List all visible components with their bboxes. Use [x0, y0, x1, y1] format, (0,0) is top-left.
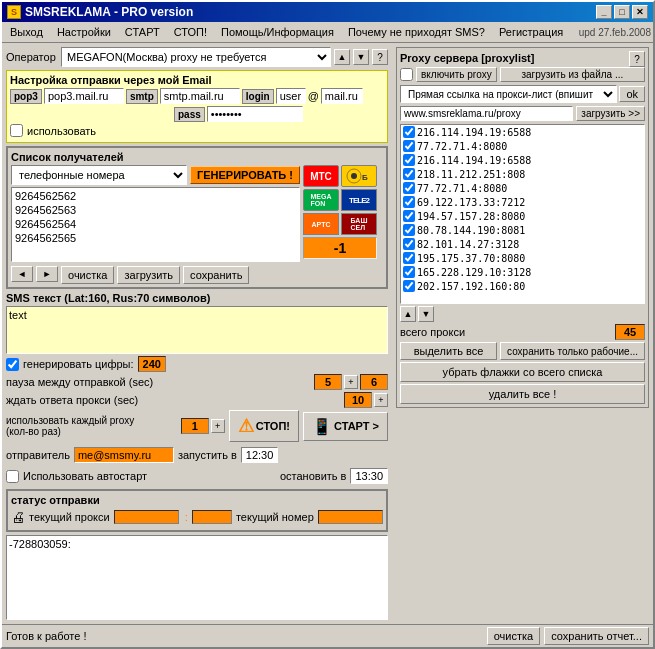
- maximize-btn[interactable]: □: [614, 5, 630, 19]
- load-proxy-url-btn[interactable]: загрузить >>: [576, 106, 645, 121]
- stop-action-btn[interactable]: ⚠ СТОП!: [229, 410, 299, 442]
- phones-clear-btn[interactable]: очистка: [61, 266, 114, 284]
- proxy-item[interactable]: 77.72.71.4:8080: [401, 181, 644, 195]
- pause-up-btn[interactable]: +: [344, 375, 358, 389]
- proxy-item-checkbox[interactable]: [403, 196, 415, 208]
- enable-proxy-btn[interactable]: включить proxy: [416, 67, 497, 82]
- phone-item[interactable]: 9264562562: [13, 189, 298, 203]
- proxy-list[interactable]: 216.114.194.19:6588 77.72.71.4:8080 216.…: [400, 124, 645, 304]
- save-working-btn[interactable]: сохранить только рабочие...: [500, 342, 645, 360]
- proxy-item[interactable]: 216.114.194.19:6588: [401, 153, 644, 167]
- proxy-nav-up[interactable]: ▲: [400, 306, 416, 322]
- sender-input[interactable]: [74, 447, 174, 463]
- proxy-item-checkbox[interactable]: [403, 168, 415, 180]
- generate-btn[interactable]: ГЕНЕРИРОВАТЬ !: [190, 166, 300, 184]
- pass-input[interactable]: [207, 106, 303, 122]
- menu-why-sms[interactable]: Почему не приходят SMS?: [342, 24, 491, 40]
- proxy-item[interactable]: 77.72.71.4:8080: [401, 139, 644, 153]
- phone-item[interactable]: 9264562565: [13, 231, 298, 245]
- operator-down-btn[interactable]: ▼: [353, 49, 369, 65]
- smtp-input[interactable]: [160, 88, 240, 104]
- proxy-item-checkbox[interactable]: [403, 182, 415, 194]
- status-section: статус отправки 🖨 текущий прокси : текущ…: [6, 489, 388, 532]
- proxy-item[interactable]: 82.101.14.27:3128: [401, 237, 644, 251]
- pause-value: 5: [314, 374, 342, 390]
- phones-nav-down[interactable]: ►: [36, 266, 58, 282]
- operator-up-btn[interactable]: ▲: [334, 49, 350, 65]
- remove-flags-btn[interactable]: убрать флажки со всего списка: [400, 362, 645, 382]
- phones-save-btn[interactable]: сохранить: [183, 266, 249, 284]
- autostart-checkbox[interactable]: [6, 470, 19, 483]
- proxy-item[interactable]: 195.175.37.70:8080: [401, 251, 644, 265]
- proxy-controls-row1: включить proxy загрузить из файла ...: [400, 67, 645, 82]
- tele2-icon[interactable]: TELE2: [341, 189, 377, 211]
- megafon-icon[interactable]: MEGAFON: [303, 189, 339, 211]
- proxy-every-label: использовать каждый proxy (кол-во раз): [6, 415, 179, 437]
- proxy-item-checkbox[interactable]: [403, 238, 415, 250]
- bottom-save-btn[interactable]: сохранить отчет...: [544, 627, 649, 645]
- menu-exit[interactable]: Выход: [4, 24, 49, 40]
- proxy-item-checkbox[interactable]: [403, 266, 415, 278]
- mts-icon[interactable]: МТС: [303, 165, 339, 187]
- proxy-item-checkbox[interactable]: [403, 224, 415, 236]
- menu-start[interactable]: СТАРТ: [119, 24, 166, 40]
- wait-row: ждать ответа прокси (sec) 10 +: [6, 392, 388, 408]
- proxy-item[interactable]: 216.114.194.19:6588: [401, 125, 644, 139]
- proxy-item-checkbox[interactable]: [403, 126, 415, 138]
- proxy-type-select[interactable]: Прямая ссылка на прокси-лист (впишит: [400, 85, 617, 103]
- menu-help[interactable]: Помощь/Информация: [215, 24, 340, 40]
- phones-load-btn[interactable]: загрузить: [117, 266, 180, 284]
- proxy-item[interactable]: 69.122.173.33:7212: [401, 195, 644, 209]
- proxy-item-checkbox[interactable]: [403, 140, 415, 152]
- proxy-every-up-btn[interactable]: +: [211, 419, 225, 433]
- minimize-btn[interactable]: _: [596, 5, 612, 19]
- sms-textarea[interactable]: text: [6, 306, 388, 354]
- bass-icon[interactable]: БАШСЕЛ: [341, 213, 377, 235]
- proxy-item-text: 195.175.37.70:8080: [417, 253, 525, 264]
- delete-all-btn[interactable]: удалить все !: [400, 384, 645, 404]
- use-email-checkbox[interactable]: [10, 124, 23, 137]
- domain-input[interactable]: [321, 88, 363, 104]
- sms-title: SMS текст (Lat:160, Rus:70 символов): [6, 292, 388, 304]
- wait-up-btn[interactable]: +: [374, 393, 388, 407]
- operator-help-btn[interactable]: ?: [372, 49, 388, 65]
- beeline-icon[interactable]: Б: [341, 165, 377, 187]
- proxy-url-row: загрузить >>: [400, 106, 645, 121]
- proxy-item[interactable]: 165.228.129.10:3128: [401, 265, 644, 279]
- proxy-item-checkbox[interactable]: [403, 280, 415, 292]
- proxy-nav-down[interactable]: ▼: [418, 306, 434, 322]
- proxy-ok-btn[interactable]: ok: [619, 86, 645, 102]
- proxy-item[interactable]: 218.11.212.251:808: [401, 167, 644, 181]
- menu-registration[interactable]: Регистрация: [493, 24, 569, 40]
- proxy-item-checkbox[interactable]: [403, 210, 415, 222]
- load-proxy-file-btn[interactable]: загрузить из файла ...: [500, 67, 645, 82]
- proxy-help-btn[interactable]: ?: [629, 51, 645, 67]
- close-btn[interactable]: ✕: [632, 5, 648, 19]
- phones-type-select[interactable]: телефонные номера: [11, 165, 187, 185]
- operator-select[interactable]: MEGAFON(Москва) proxy не требуется: [61, 47, 331, 67]
- start-action-btn[interactable]: 📱 СТАРТ >: [303, 412, 388, 441]
- menu-stop[interactable]: СТОП!: [168, 24, 213, 40]
- proxy-item-checkbox[interactable]: [403, 154, 415, 166]
- select-all-btn[interactable]: выделить все: [400, 342, 497, 360]
- login-input[interactable]: [276, 88, 306, 104]
- arts-icon[interactable]: АРТС: [303, 213, 339, 235]
- log-text: -728803059:: [9, 538, 385, 550]
- number-status-label: текущий номер: [236, 511, 314, 523]
- bottom-clear-btn[interactable]: очистка: [487, 627, 540, 645]
- pop3-input[interactable]: [44, 88, 124, 104]
- enable-proxy-checkbox[interactable]: [400, 68, 413, 81]
- phones-nav-up[interactable]: ◄: [11, 266, 33, 282]
- phone-item[interactable]: 9264562564: [13, 217, 298, 231]
- phones-list[interactable]: 9264562562 9264562563 9264562564 9264562…: [11, 187, 300, 262]
- menu-settings[interactable]: Настройки: [51, 24, 117, 40]
- generate-digits-checkbox[interactable]: [6, 358, 19, 371]
- proxy-url-input[interactable]: [400, 106, 573, 121]
- proxy-item[interactable]: 80.78.144.190:8081: [401, 223, 644, 237]
- proxy-item[interactable]: 202.157.192.160:80: [401, 279, 644, 293]
- phones-btn-row: ◄ ► очистка загрузить сохранить: [11, 266, 300, 284]
- proxy-every-row: использовать каждый proxy (кол-во раз) 1…: [6, 415, 225, 437]
- proxy-item[interactable]: 194.57.157.28:8080: [401, 209, 644, 223]
- phone-item[interactable]: 9264562563: [13, 203, 298, 217]
- proxy-item-checkbox[interactable]: [403, 252, 415, 264]
